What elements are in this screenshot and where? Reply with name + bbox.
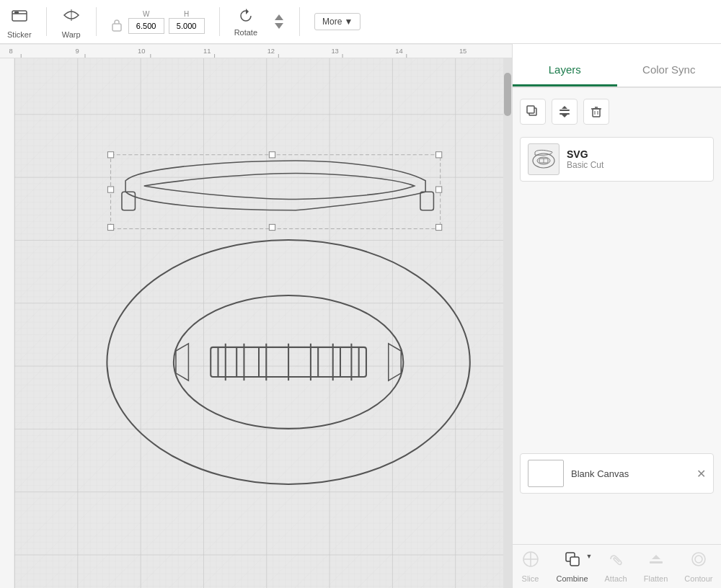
width-box: W (128, 10, 164, 34)
svg-marker-63 (562, 106, 567, 109)
lock-icon[interactable] (111, 18, 123, 32)
warp-tool[interactable]: Warp (61, 5, 81, 39)
blank-canvas-label: Blank Canvas (571, 468, 629, 479)
slice-action: Slice (521, 550, 540, 583)
svg-marker-80 (652, 555, 660, 559)
tab-layers[interactable]: Layers (513, 63, 617, 86)
svg-text:9: 9 (75, 48, 79, 55)
canvas-area: 8 9 10 11 12 13 14 15 (0, 44, 512, 588)
tab-color-sync[interactable]: Color Sync (617, 63, 722, 86)
svg-rect-78 (570, 557, 579, 566)
scrollbar-vertical[interactable] (503, 58, 512, 588)
height-box: H (169, 10, 205, 34)
combine-dropdown-arrow: ▼ (586, 553, 593, 560)
ruler-horizontal: 8 9 10 11 12 13 14 15 (0, 44, 512, 58)
blank-canvas-thumbnail (528, 460, 564, 487)
svg-rect-53 (107, 224, 113, 230)
svg-point-81 (692, 553, 705, 566)
panel-tabs: Layers Color Sync (513, 44, 721, 88)
attach-action: Attach (605, 550, 627, 583)
flatten-action: Flatten (644, 550, 668, 583)
bottom-bar: Slice ▼ Combine Attach (513, 544, 721, 588)
tab-layers-label: Layers (549, 63, 581, 76)
svg-text:12: 12 (267, 48, 275, 55)
svg-text:8: 8 (9, 48, 13, 55)
width-label: W (143, 10, 149, 18)
attach-label: Attach (605, 574, 627, 583)
divider-1 (46, 7, 47, 36)
divider-3 (219, 7, 220, 36)
layer-info: SVG Basic Cut (567, 148, 603, 170)
svg-text:14: 14 (395, 48, 402, 55)
contour-action: Contour (684, 550, 712, 583)
svg-marker-5 (246, 9, 249, 14)
svg-rect-55 (269, 152, 275, 158)
svg-rect-2 (14, 12, 19, 14)
layer-name: SVG (567, 148, 603, 160)
layer-item-svg[interactable]: SVG Basic Cut (520, 137, 714, 182)
flatten-icon (647, 550, 665, 573)
svg-rect-51 (107, 152, 113, 158)
height-input[interactable] (169, 18, 205, 34)
ruler-vertical (0, 58, 14, 588)
svg-marker-6 (275, 14, 283, 20)
contour-label: Contour (684, 574, 712, 583)
svg-text:10: 10 (138, 48, 145, 55)
layer-actions (520, 95, 714, 128)
divider-4 (299, 7, 300, 36)
more-button[interactable]: More ▼ (314, 13, 360, 30)
layer-thumbnail (528, 143, 559, 175)
main-area: 8 9 10 11 12 13 14 15 (0, 44, 721, 588)
divider-2 (96, 7, 97, 36)
sticker-tool[interactable]: Sticker (7, 5, 32, 39)
svg-rect-58 (436, 187, 442, 192)
svg-rect-25 (0, 58, 14, 588)
toolbar: Sticker Warp W H (0, 0, 721, 44)
svg-rect-52 (436, 152, 442, 158)
svg-rect-56 (269, 224, 275, 230)
blank-canvas-item[interactable]: Blank Canvas ✕ (520, 453, 714, 494)
svg-rect-65 (593, 109, 600, 117)
contour-icon (689, 550, 708, 573)
combine-label: Combine (557, 574, 588, 583)
arrange-button[interactable] (552, 99, 578, 125)
svg-rect-61 (559, 110, 570, 111)
right-panel: Layers Color Sync (512, 44, 721, 588)
svg-text:11: 11 (203, 48, 211, 55)
slice-label: Slice (522, 574, 539, 583)
svg-point-82 (695, 556, 702, 563)
combine-action[interactable]: ▼ Combine (557, 550, 588, 583)
delete-button[interactable] (583, 99, 609, 125)
svg-rect-4 (112, 24, 121, 31)
width-input[interactable] (128, 18, 164, 34)
svg-marker-7 (275, 23, 283, 29)
canvas-wrapper[interactable] (14, 58, 503, 588)
more-arrow-icon: ▼ (344, 17, 353, 27)
svg-rect-57 (107, 187, 113, 192)
svg-text:15: 15 (459, 48, 466, 55)
height-label: H (184, 10, 189, 18)
rotate-label: Rotate (234, 28, 257, 37)
svg-rect-62 (559, 113, 570, 115)
attach-icon (606, 550, 625, 573)
flatten-label: Flatten (644, 574, 668, 583)
blank-canvas-close[interactable]: ✕ (696, 467, 706, 481)
panel-content: SVG Basic Cut Blank Canvas ✕ (513, 88, 721, 544)
rotate-tool[interactable]: Rotate (234, 6, 257, 37)
scrollbar-thumb[interactable] (504, 73, 511, 116)
warp-label: Warp (62, 30, 81, 39)
size-group: W H (111, 10, 205, 34)
svg-rect-54 (436, 224, 442, 230)
tab-color-sync-label: Color Sync (642, 63, 695, 76)
svg-rect-31 (14, 58, 503, 588)
rotate-icon (236, 6, 255, 27)
svg-rect-60 (527, 106, 534, 113)
combine-icon (563, 550, 582, 573)
layer-type: Basic Cut (567, 160, 603, 170)
sticker-icon (9, 5, 30, 29)
warp-icon (61, 5, 81, 29)
svg-marker-64 (562, 115, 567, 117)
duplicate-button[interactable] (520, 99, 546, 125)
more-label: More (322, 17, 342, 27)
slice-icon (521, 550, 540, 573)
